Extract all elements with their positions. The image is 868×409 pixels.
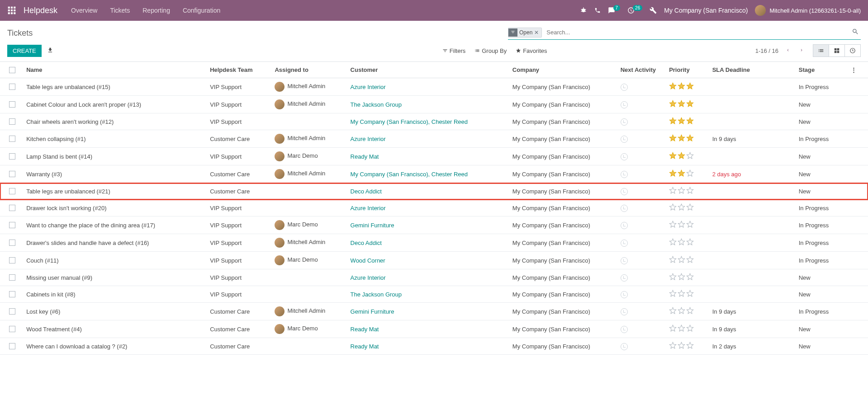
priority-star[interactable]: [686, 221, 694, 230]
activity-icon[interactable]: [621, 257, 628, 264]
search-icon[interactable]: [850, 26, 861, 38]
priority-star[interactable]: [678, 152, 685, 161]
download-icon[interactable]: [47, 47, 53, 55]
priority-star[interactable]: [686, 256, 694, 265]
customer-link[interactable]: My Company (San Francisco), Chester Reed: [351, 171, 468, 178]
activity-icon[interactable]: [621, 326, 628, 333]
priority-star[interactable]: [669, 238, 677, 247]
favorites-button[interactable]: Favorites: [516, 47, 547, 54]
table-row[interactable]: Where can I download a catalog ? (#2)Cus…: [0, 338, 868, 355]
priority-star[interactable]: [678, 221, 685, 230]
table-row[interactable]: Table legs are unbalanced (#21)Customer …: [0, 183, 868, 200]
priority-star[interactable]: [686, 307, 694, 316]
apps-icon[interactable]: [7, 6, 16, 15]
select-all-checkbox[interactable]: [9, 67, 15, 73]
customer-link[interactable]: Ready Mat: [351, 326, 379, 333]
table-row[interactable]: Kitchen collapsing (#1)Customer CareMitc…: [0, 130, 868, 148]
company-selector[interactable]: My Company (San Francisco): [664, 7, 748, 14]
customer-link[interactable]: Azure Interior: [351, 84, 386, 90]
activity-icon[interactable]: [621, 291, 628, 298]
row-checkbox[interactable]: [9, 291, 15, 297]
nav-tickets[interactable]: Tickets: [110, 7, 130, 14]
priority-star[interactable]: [678, 256, 685, 265]
row-checkbox[interactable]: [9, 343, 15, 349]
priority-star[interactable]: [686, 152, 694, 161]
customer-link[interactable]: Wood Corner: [351, 257, 385, 264]
priority-star[interactable]: [678, 290, 685, 299]
table-row[interactable]: Drawer's slides and handle have a defect…: [0, 234, 868, 252]
customer-link[interactable]: Gemini Furniture: [351, 222, 394, 229]
priority-star[interactable]: [669, 221, 677, 230]
nav-reporting[interactable]: Reporting: [142, 7, 170, 14]
priority-star[interactable]: [686, 203, 694, 212]
app-title[interactable]: Helpdesk: [24, 6, 57, 15]
col-deadline[interactable]: SLA Deadline: [709, 62, 795, 78]
priority-star[interactable]: [678, 117, 685, 126]
table-row[interactable]: Lost key (#6)Customer CareMitchell Admin…: [0, 303, 868, 320]
priority-star[interactable]: [669, 290, 677, 299]
priority-star[interactable]: [678, 187, 685, 196]
priority-star[interactable]: [669, 117, 677, 126]
customer-link[interactable]: My Company (San Francisco), Chester Reed: [351, 118, 468, 125]
priority-star[interactable]: [669, 324, 677, 334]
priority-star[interactable]: [669, 134, 677, 143]
priority-star[interactable]: [669, 203, 677, 212]
priority-star[interactable]: [678, 82, 685, 91]
nav-configuration[interactable]: Configuration: [183, 7, 220, 14]
priority-star[interactable]: [669, 273, 677, 282]
filter-tag-close[interactable]: ✕: [532, 29, 541, 36]
groupby-button[interactable]: Group By: [474, 47, 507, 54]
row-checkbox[interactable]: [9, 222, 15, 228]
col-name[interactable]: Name: [23, 62, 206, 78]
row-checkbox[interactable]: [9, 274, 15, 281]
table-row[interactable]: Warranty (#3)Customer CareMitchell Admin…: [0, 165, 868, 183]
row-checkbox[interactable]: [9, 326, 15, 332]
priority-star[interactable]: [686, 324, 694, 334]
view-activity[interactable]: [845, 44, 861, 57]
messages-icon[interactable]: 7: [608, 7, 621, 14]
activity-icon[interactable]: [621, 308, 628, 315]
search-input[interactable]: [545, 27, 850, 38]
priority-star[interactable]: [686, 273, 694, 282]
customer-link[interactable]: Gemini Furniture: [351, 308, 394, 315]
priority-star[interactable]: [686, 169, 694, 179]
view-kanban[interactable]: [829, 44, 845, 57]
col-customer[interactable]: Customer: [347, 62, 509, 78]
activity-icon[interactable]: [621, 222, 628, 229]
row-checkbox[interactable]: [9, 118, 15, 125]
row-checkbox[interactable]: [9, 101, 15, 108]
priority-star[interactable]: [678, 203, 685, 212]
priority-star[interactable]: [669, 100, 677, 109]
col-team[interactable]: Helpdesk Team: [206, 62, 271, 78]
priority-star[interactable]: [686, 117, 694, 126]
col-priority[interactable]: Priority: [665, 62, 709, 78]
tools-icon[interactable]: [650, 7, 657, 14]
row-checkbox[interactable]: [9, 153, 15, 160]
row-checkbox[interactable]: [9, 205, 15, 211]
priority-star[interactable]: [678, 307, 685, 316]
customer-link[interactable]: Azure Interior: [351, 136, 386, 142]
priority-star[interactable]: [669, 187, 677, 196]
table-row[interactable]: Table legs are unbalanced (#15)VIP Suppo…: [0, 78, 868, 96]
table-row[interactable]: Missing user manual (#9)VIP SupportAzure…: [0, 269, 868, 286]
table-row[interactable]: Lamp Stand is bent (#14)VIP SupportMarc …: [0, 148, 868, 165]
row-checkbox[interactable]: [9, 308, 15, 315]
customer-link[interactable]: The Jackson Group: [351, 101, 402, 108]
activity-icon[interactable]: [621, 136, 628, 143]
customer-link[interactable]: Azure Interior: [351, 205, 386, 212]
col-activity[interactable]: Next Activity: [617, 62, 665, 78]
activity-icon[interactable]: [621, 205, 628, 212]
row-checkbox[interactable]: [9, 171, 15, 177]
priority-star[interactable]: [678, 169, 685, 179]
activity-icon[interactable]: [621, 171, 628, 178]
pager-prev[interactable]: [784, 45, 792, 56]
activity-icon[interactable]: [621, 84, 628, 91]
bug-icon[interactable]: [580, 7, 587, 14]
table-row[interactable]: Wood Treatment (#4)Customer CareMarc Dem…: [0, 320, 868, 338]
priority-star[interactable]: [678, 342, 685, 351]
col-stage[interactable]: Stage: [795, 62, 844, 78]
filters-button[interactable]: Filters: [442, 47, 465, 54]
activity-icon[interactable]: [621, 343, 628, 350]
customer-link[interactable]: Azure Interior: [351, 274, 386, 281]
activity-icon[interactable]: [621, 118, 628, 126]
